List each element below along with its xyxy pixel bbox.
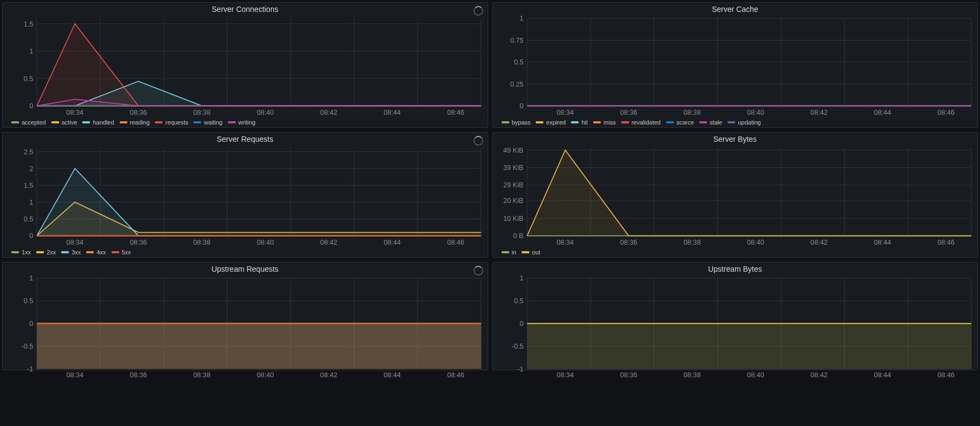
legend-label: active [62,119,77,126]
svg-text:08:46: 08:46 [937,109,955,116]
svg-text:08:46: 08:46 [447,239,464,246]
svg-text:08:34: 08:34 [67,109,84,116]
svg-text:08:36: 08:36 [130,109,147,116]
panel-title: Upstream Requests [3,263,488,274]
legend-label: 2xx [47,249,56,255]
svg-text:08:44: 08:44 [874,371,891,379]
svg-text:08:46: 08:46 [937,239,955,246]
legend-swatch [120,121,127,123]
legend-swatch [522,251,529,253]
svg-text:1: 1 [29,199,33,206]
legend-item-2xx[interactable]: 2xx [36,249,56,255]
panel-server-cache[interactable]: Server Cache00.250.50.75108:3408:3608:38… [492,2,978,128]
svg-text:-0.5: -0.5 [511,343,523,350]
legend: 1xx2xx3xx4xx5xx [3,247,488,259]
legend-item-1xx[interactable]: 1xx [11,249,31,255]
svg-text:08:46: 08:46 [447,109,464,116]
svg-text:08:40: 08:40 [257,109,274,116]
svg-text:08:36: 08:36 [620,239,637,246]
legend-item-handled[interactable]: handled [82,119,114,126]
panel-server-connections[interactable]: Server Connections00.511.508:3408:3608:3… [2,2,488,128]
legend-label: out [532,249,540,255]
svg-text:08:36: 08:36 [620,371,637,379]
svg-text:08:38: 08:38 [683,239,700,246]
legend-swatch [193,121,201,123]
legend-item-revalidated[interactable]: revalidated [621,119,661,126]
legend-label: reading [130,119,150,126]
svg-text:2.5: 2.5 [24,148,34,156]
legend-item-stale[interactable]: stale [699,119,722,126]
legend-label: bypass [512,119,531,126]
svg-text:20 KiB: 20 KiB [503,197,523,205]
legend: acceptedactivehandledreadingrequestswait… [3,117,488,129]
legend-item-miss[interactable]: miss [593,119,616,126]
legend-label: updating [738,119,761,126]
svg-text:1: 1 [520,274,523,282]
panel-upstream-requests[interactable]: Upstream Requests-1-0.500.5108:3408:3608… [2,262,488,370]
legend-item-reading[interactable]: reading [120,119,150,126]
svg-text:0.5: 0.5 [24,75,34,83]
legend: bypassexpiredhitmissrevalidatedscarcesta… [493,117,978,129]
legend-item-bypass[interactable]: bypass [502,119,531,126]
legend-item-in[interactable]: in [502,249,517,255]
legend-label: waiting [204,119,222,126]
legend-item-updating[interactable]: updating [728,119,761,126]
svg-text:08:36: 08:36 [130,239,147,246]
legend-item-accepted[interactable]: accepted [11,119,46,126]
legend-swatch [536,121,543,123]
legend-item-5xx[interactable]: 5xx [112,249,131,255]
svg-text:08:42: 08:42 [320,371,338,379]
svg-text:-0.5: -0.5 [21,343,33,350]
panel-title: Server Bytes [493,133,978,145]
legend-item-waiting[interactable]: waiting [193,119,222,126]
legend-item-active[interactable]: active [51,119,77,126]
svg-text:08:46: 08:46 [937,371,955,379]
panel-title: Server Connections [3,3,488,15]
legend-swatch [502,251,509,253]
panel-title: Server Cache [493,3,978,15]
legend-item-3xx[interactable]: 3xx [61,249,81,255]
legend-swatch [86,251,94,253]
chart-area[interactable]: -1-0.500.5108:3408:3608:3808:4008:4208:4… [3,274,488,380]
legend-item-writing[interactable]: writing [228,119,256,126]
svg-text:1: 1 [520,15,523,22]
chart-area[interactable]: 0 B10 KiB20 KiB29 KiB39 KiB49 KiB08:3408… [493,145,978,247]
legend-label: miss [603,119,616,126]
svg-text:1: 1 [29,274,33,282]
legend-swatch [593,121,601,123]
svg-text:29 KiB: 29 KiB [503,181,523,189]
legend-swatch [112,251,119,253]
svg-text:08:38: 08:38 [193,109,211,116]
legend-label: stale [710,119,722,126]
legend-item-4xx[interactable]: 4xx [86,249,106,255]
svg-text:1: 1 [29,48,33,55]
legend-label: 4xx [96,249,106,255]
legend-swatch [82,121,90,123]
svg-text:0 B: 0 B [513,232,523,240]
chart-area[interactable]: 00.250.50.75108:3408:3608:3808:4008:4208… [493,15,978,117]
legend-item-requests[interactable]: requests [155,119,188,126]
legend-swatch [728,121,735,123]
panel-upstream-bytes[interactable]: Upstream Bytes-1-0.500.5108:3408:3608:38… [492,262,978,370]
legend-swatch [666,121,674,123]
chart-area[interactable]: 00.511.522.508:3408:3608:3808:4008:4208:… [3,145,488,247]
chart-area[interactable]: 00.511.508:3408:3608:3808:4008:4208:4408… [3,15,488,117]
panel-server-bytes[interactable]: Server Bytes0 B10 KiB20 KiB29 KiB39 KiB4… [492,132,978,258]
legend-swatch [11,121,19,123]
legend-item-out[interactable]: out [522,249,540,255]
legend-item-expired[interactable]: expired [536,119,566,126]
svg-text:08:42: 08:42 [320,239,338,246]
svg-text:0.75: 0.75 [510,37,523,44]
svg-text:08:38: 08:38 [193,371,211,379]
legend-label: 5xx [122,249,131,255]
svg-text:08:40: 08:40 [747,239,764,246]
legend-item-scarce[interactable]: scarce [666,119,694,126]
svg-text:0: 0 [29,102,33,110]
legend-item-hit[interactable]: hit [571,119,588,126]
svg-text:08:44: 08:44 [384,239,401,246]
svg-text:0.5: 0.5 [24,215,34,223]
panel-title: Server Requests [3,133,488,145]
panel-server-requests[interactable]: Server Requests00.511.522.508:3408:3608:… [2,132,488,258]
svg-text:08:38: 08:38 [683,371,700,379]
chart-area[interactable]: -1-0.500.5108:3408:3608:3808:4008:4208:4… [493,274,978,380]
